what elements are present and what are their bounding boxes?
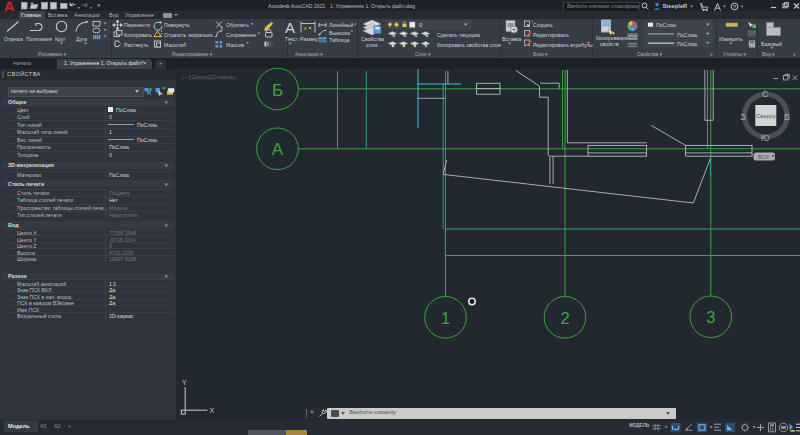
- svg-text:Б: Б: [272, 81, 283, 100]
- svg-text:Сверху: Сверху: [756, 113, 776, 119]
- svg-text:X: X: [210, 407, 215, 414]
- svg-text:В: В: [784, 112, 790, 122]
- svg-text:С: С: [762, 89, 769, 99]
- svg-text:3: 3: [706, 308, 715, 326]
- svg-text:Ю: Ю: [761, 133, 770, 143]
- svg-text:2: 2: [560, 309, 569, 327]
- svg-text:Y: Y: [182, 379, 187, 386]
- svg-text:А: А: [272, 140, 284, 159]
- svg-text:1: 1: [441, 309, 450, 327]
- svg-text:ВСК: ВСК: [758, 154, 770, 160]
- svg-text:З: З: [740, 112, 745, 122]
